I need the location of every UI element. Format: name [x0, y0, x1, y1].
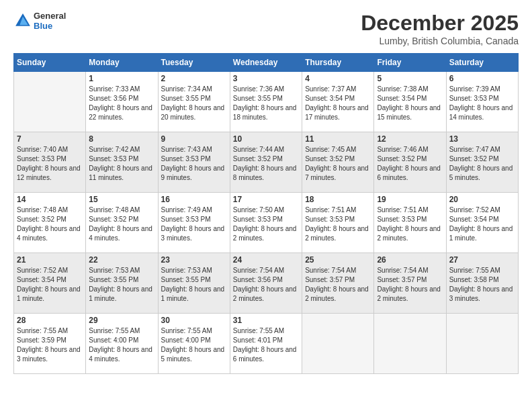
calendar-cell — [14, 72, 86, 132]
cell-info: Sunrise: 7:47 AMSunset: 3:52 PMDaylight:… — [449, 145, 515, 183]
calendar-cell — [374, 314, 446, 374]
location: Lumby, British Columbia, Canada — [361, 36, 519, 46]
calendar-cell: 27Sunrise: 7:55 AMSunset: 3:58 PMDayligh… — [446, 253, 518, 314]
cell-info: Sunrise: 7:33 AMSunset: 3:56 PMDaylight:… — [89, 85, 154, 122]
calendar-cell: 29Sunrise: 7:55 AMSunset: 4:00 PMDayligh… — [86, 314, 158, 374]
calendar-cell: 25Sunrise: 7:54 AMSunset: 3:57 PMDayligh… — [302, 253, 374, 314]
day-number: 17 — [233, 195, 299, 204]
cell-info: Sunrise: 7:37 AMSunset: 3:54 PMDaylight:… — [305, 85, 371, 122]
day-number: 10 — [233, 134, 299, 144]
day-number: 30 — [161, 316, 227, 325]
day-number: 3 — [233, 74, 299, 83]
calendar-cell: 22Sunrise: 7:53 AMSunset: 3:55 PMDayligh… — [86, 253, 158, 314]
day-number: 11 — [305, 134, 371, 144]
cell-info: Sunrise: 7:51 AMSunset: 3:53 PMDaylight:… — [377, 205, 443, 243]
calendar-cell: 1Sunrise: 7:33 AMSunset: 3:56 PMDaylight… — [86, 72, 158, 132]
weekday-header-saturday: Saturday — [446, 54, 518, 72]
calendar-week-row: 21Sunrise: 7:52 AMSunset: 3:54 PMDayligh… — [14, 253, 519, 314]
day-number: 9 — [161, 134, 227, 144]
calendar-cell: 8Sunrise: 7:42 AMSunset: 3:53 PMDaylight… — [86, 132, 158, 193]
cell-info: Sunrise: 7:51 AMSunset: 3:53 PMDaylight:… — [305, 205, 371, 243]
cell-info: Sunrise: 7:52 AMSunset: 3:54 PMDaylight:… — [449, 205, 515, 243]
calendar-cell: 2Sunrise: 7:34 AMSunset: 3:55 PMDaylight… — [158, 72, 230, 132]
day-number: 12 — [377, 134, 443, 144]
cell-info: Sunrise: 7:52 AMSunset: 3:54 PMDaylight:… — [17, 266, 83, 304]
weekday-header-friday: Friday — [374, 54, 446, 72]
cell-info: Sunrise: 7:54 AMSunset: 3:57 PMDaylight:… — [377, 266, 443, 304]
calendar-cell: 21Sunrise: 7:52 AMSunset: 3:54 PMDayligh… — [14, 253, 86, 314]
weekday-header-sunday: Sunday — [14, 54, 86, 72]
cell-info: Sunrise: 7:55 AMSunset: 4:00 PMDaylight:… — [161, 326, 227, 364]
cell-info: Sunrise: 7:43 AMSunset: 3:53 PMDaylight:… — [161, 145, 227, 183]
calendar-cell: 16Sunrise: 7:49 AMSunset: 3:53 PMDayligh… — [158, 193, 230, 253]
cell-info: Sunrise: 7:42 AMSunset: 3:53 PMDaylight:… — [89, 145, 154, 183]
cell-info: Sunrise: 7:45 AMSunset: 3:52 PMDaylight:… — [305, 145, 371, 183]
day-number: 13 — [449, 134, 515, 144]
calendar-cell: 10Sunrise: 7:44 AMSunset: 3:52 PMDayligh… — [230, 132, 302, 193]
page-header: General Blue December 2025 Lumby, Britis… — [13, 11, 519, 46]
month-title: December 2025 — [361, 11, 519, 36]
calendar-cell: 24Sunrise: 7:54 AMSunset: 3:56 PMDayligh… — [230, 253, 302, 314]
calendar-cell: 20Sunrise: 7:52 AMSunset: 3:54 PMDayligh… — [446, 193, 518, 253]
day-number: 7 — [17, 134, 83, 144]
cell-info: Sunrise: 7:50 AMSunset: 3:53 PMDaylight:… — [233, 205, 299, 243]
day-number: 14 — [17, 195, 83, 204]
title-area: December 2025 Lumby, British Columbia, C… — [361, 11, 519, 46]
cell-info: Sunrise: 7:48 AMSunset: 3:52 PMDaylight:… — [17, 205, 83, 243]
weekday-header-monday: Monday — [86, 54, 158, 72]
calendar-cell: 6Sunrise: 7:39 AMSunset: 3:53 PMDaylight… — [446, 72, 518, 132]
calendar-body: 1Sunrise: 7:33 AMSunset: 3:56 PMDaylight… — [14, 72, 519, 374]
day-number: 5 — [377, 74, 443, 83]
calendar-cell: 19Sunrise: 7:51 AMSunset: 3:53 PMDayligh… — [374, 193, 446, 253]
calendar-week-row: 14Sunrise: 7:48 AMSunset: 3:52 PMDayligh… — [14, 193, 519, 253]
cell-info: Sunrise: 7:40 AMSunset: 3:53 PMDaylight:… — [17, 145, 83, 183]
calendar-cell: 9Sunrise: 7:43 AMSunset: 3:53 PMDaylight… — [158, 132, 230, 193]
calendar-cell: 4Sunrise: 7:37 AMSunset: 3:54 PMDaylight… — [302, 72, 374, 132]
logo-icon — [13, 11, 32, 30]
calendar-week-row: 7Sunrise: 7:40 AMSunset: 3:53 PMDaylight… — [14, 132, 519, 193]
day-number: 23 — [161, 255, 227, 265]
cell-info: Sunrise: 7:54 AMSunset: 3:57 PMDaylight:… — [305, 266, 371, 304]
day-number: 26 — [377, 255, 443, 265]
cell-info: Sunrise: 7:34 AMSunset: 3:55 PMDaylight:… — [161, 85, 227, 122]
calendar-cell — [302, 314, 374, 374]
cell-info: Sunrise: 7:39 AMSunset: 3:53 PMDaylight:… — [449, 85, 515, 122]
cell-info: Sunrise: 7:53 AMSunset: 3:55 PMDaylight:… — [161, 266, 227, 304]
cell-info: Sunrise: 7:54 AMSunset: 3:56 PMDaylight:… — [233, 266, 299, 304]
weekday-header-tuesday: Tuesday — [158, 54, 230, 72]
cell-info: Sunrise: 7:55 AMSunset: 3:59 PMDaylight:… — [17, 326, 83, 364]
logo-text: General Blue — [34, 11, 66, 31]
weekday-header-thursday: Thursday — [302, 54, 374, 72]
day-number: 4 — [305, 74, 371, 83]
day-number: 2 — [161, 74, 227, 83]
calendar-cell — [446, 314, 518, 374]
day-number: 20 — [449, 195, 515, 204]
day-number: 24 — [233, 255, 299, 265]
day-number: 29 — [89, 316, 154, 325]
calendar-cell: 28Sunrise: 7:55 AMSunset: 3:59 PMDayligh… — [14, 314, 86, 374]
day-number: 27 — [449, 255, 515, 265]
day-number: 1 — [89, 74, 154, 83]
cell-info: Sunrise: 7:46 AMSunset: 3:52 PMDaylight:… — [377, 145, 443, 183]
cell-info: Sunrise: 7:53 AMSunset: 3:55 PMDaylight:… — [89, 266, 154, 304]
cell-info: Sunrise: 7:55 AMSunset: 4:00 PMDaylight:… — [89, 326, 154, 364]
cell-info: Sunrise: 7:36 AMSunset: 3:55 PMDaylight:… — [233, 85, 299, 122]
day-number: 15 — [89, 195, 154, 204]
calendar-table: SundayMondayTuesdayWednesdayThursdayFrid… — [13, 53, 519, 374]
calendar-cell: 17Sunrise: 7:50 AMSunset: 3:53 PMDayligh… — [230, 193, 302, 253]
cell-info: Sunrise: 7:55 AMSunset: 4:01 PMDaylight:… — [233, 326, 299, 364]
cell-info: Sunrise: 7:48 AMSunset: 3:52 PMDaylight:… — [89, 205, 154, 243]
day-number: 6 — [449, 74, 515, 83]
calendar-cell: 15Sunrise: 7:48 AMSunset: 3:52 PMDayligh… — [86, 193, 158, 253]
weekday-header-row: SundayMondayTuesdayWednesdayThursdayFrid… — [14, 54, 519, 72]
cell-info: Sunrise: 7:44 AMSunset: 3:52 PMDaylight:… — [233, 145, 299, 183]
day-number: 31 — [233, 316, 299, 325]
calendar-cell: 12Sunrise: 7:46 AMSunset: 3:52 PMDayligh… — [374, 132, 446, 193]
cell-info: Sunrise: 7:38 AMSunset: 3:54 PMDaylight:… — [377, 85, 443, 122]
calendar-cell: 18Sunrise: 7:51 AMSunset: 3:53 PMDayligh… — [302, 193, 374, 253]
calendar-cell: 5Sunrise: 7:38 AMSunset: 3:54 PMDaylight… — [374, 72, 446, 132]
calendar-week-row: 1Sunrise: 7:33 AMSunset: 3:56 PMDaylight… — [14, 72, 519, 132]
weekday-header-wednesday: Wednesday — [230, 54, 302, 72]
logo: General Blue — [13, 11, 66, 31]
calendar-cell: 30Sunrise: 7:55 AMSunset: 4:00 PMDayligh… — [158, 314, 230, 374]
